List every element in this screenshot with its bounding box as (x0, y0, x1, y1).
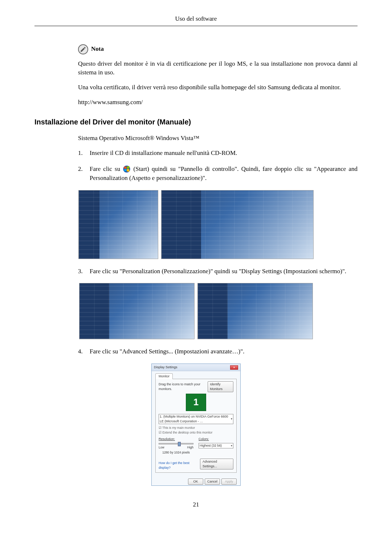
page-number: 21 (34, 500, 358, 509)
monitor-select[interactable]: 1. (Multiple Monitors) on NVIDIA GeForce… (159, 414, 233, 424)
help-link[interactable]: How do I get the best display? (159, 461, 200, 470)
note-label: Nota (91, 45, 104, 54)
note-paragraph-2: Una volta certificato, il driver verrà r… (78, 83, 358, 92)
close-icon[interactable]: × (230, 365, 238, 370)
step-4: 4. Fare clic su "Advanced Settings... (I… (78, 347, 358, 356)
slider-high: High (187, 445, 193, 450)
main-monitor-checkbox[interactable]: ☑ This is my main monitor (159, 426, 233, 430)
resolution-slider[interactable] (159, 443, 193, 444)
start-menu-screenshot (78, 190, 158, 259)
screenshot-row-1 (34, 190, 358, 259)
step-1: 1. Inserire il CD di installazione manua… (78, 149, 358, 158)
colors-value: Highest (32 bit) (200, 443, 222, 448)
resolution-value: 1280 by 1024 pixels (159, 450, 193, 455)
step-number: 3. (78, 267, 90, 276)
dialog-titlebar: Display Settings × (152, 364, 240, 371)
colors-select[interactable]: Highest (32 bit) ▾ (199, 443, 233, 448)
step-text: Fare clic su "Personalization (Personali… (90, 267, 358, 276)
windows-start-icon (123, 165, 131, 173)
note-url: http://www.samsung.com/ (78, 98, 358, 107)
drag-instruction: Drag the icons to match your monitors. (159, 382, 208, 391)
step-number: 1. (78, 149, 90, 158)
appearance-screenshot (79, 283, 195, 339)
header-rule (34, 26, 358, 26)
monitor-preview[interactable]: 1 (186, 394, 206, 411)
section-intro: Sistema Operativo Microsoft® Windows Vis… (78, 134, 358, 143)
ok-button[interactable]: OK (188, 479, 203, 485)
step-text: Inserire il CD di installazione manuale … (90, 149, 358, 158)
step-2: 2. Fare clic su (Start) quindi su "Panne… (78, 165, 358, 182)
step-text: Fare clic su "Advanced Settings... (Impo… (90, 347, 358, 356)
resolution-label: Resolution: (159, 437, 175, 441)
monitor-select-value: 1. (Multiple Monitors) on NVIDIA GeForce… (160, 414, 231, 424)
control-panel-screenshot (161, 190, 314, 259)
tab-monitor[interactable]: Monitor (155, 373, 173, 379)
identify-monitors-button[interactable]: Identify Monitors (208, 381, 233, 392)
colors-label: Colors: (199, 437, 209, 441)
section-heading: Installazione del Driver del monitor (Ma… (34, 117, 358, 127)
step-3: 3. Fare clic su "Personalization (Person… (78, 267, 358, 276)
note-paragraph-1: Questo driver del monitor è in via di ce… (78, 59, 358, 77)
step-text: Fare clic su (Start) quindi su "Pannello… (90, 165, 358, 182)
extend-desktop-checkbox[interactable]: ☑ Extend the desktop onto this monitor (159, 430, 233, 435)
step-number: 4. (78, 347, 90, 356)
dialog-title: Display Settings (154, 365, 177, 370)
advanced-settings-button[interactable]: Advanced Settings... (200, 459, 233, 469)
step-2-pre: Fare clic su (90, 165, 123, 172)
personalization-screenshot (197, 283, 313, 339)
chevron-down-icon: ▾ (231, 444, 232, 448)
slider-low: Low (159, 445, 164, 450)
page-header: Uso del software (34, 15, 358, 24)
chevron-down-icon: ▾ (231, 417, 232, 421)
note-heading: Nota (78, 44, 358, 54)
display-settings-dialog: Display Settings × Monitor Drag the icon… (151, 364, 241, 486)
cancel-button[interactable]: Cancel (205, 479, 220, 485)
pencil-note-icon (78, 44, 88, 54)
step-number: 2. (78, 165, 90, 182)
screenshot-row-2 (34, 283, 358, 339)
apply-button[interactable]: Apply (221, 479, 237, 485)
